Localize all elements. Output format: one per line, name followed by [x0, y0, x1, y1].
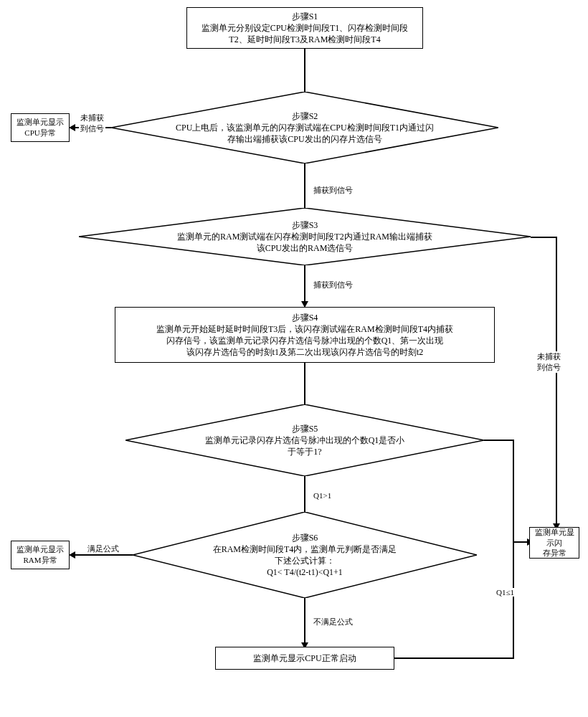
edge-s6-no: 不满足公式	[312, 617, 354, 627]
ram-error-box: 监测单元显示 RAM异常	[11, 541, 70, 569]
step-s4-title: 步骤S4	[292, 312, 318, 323]
step-s1-title: 步骤S1	[292, 11, 318, 22]
edge-s3-yes: 捕获到信号	[312, 280, 354, 290]
step-s5: 步骤S5 监测单元记录闪存片选信号脉冲出现的个数Q1是否小 于等于1?	[125, 404, 484, 476]
edge-s2-yes: 捕获到信号	[312, 185, 354, 196]
step-s6-body1: 在RAM检测时间段T4内，监测单元判断是否满足	[213, 543, 397, 555]
step-s1: 步骤S1 监测单元分别设定CPU检测时间段T1、闪存检测时间段 T2、延时时间段…	[186, 7, 423, 49]
step-s2: 步骤S2 CPU上电后，该监测单元的闪存测试端在CPU检测时间段T1内通过闪 存…	[111, 92, 498, 163]
step-s6: 步骤S6 在RAM检测时间段T4内，监测单元判断是否满足 下述公式计算： Q1<…	[133, 512, 477, 598]
step-s2-body: CPU上电后，该监测单元的闪存测试端在CPU检测时间段T1内通过闪 存输出端捕获…	[176, 122, 434, 145]
flowchart-canvas: 步骤S1 监测单元分别设定CPU检测时间段T1、闪存检测时间段 T2、延时时间段…	[7, 7, 581, 710]
step-s4-body: 监测单元开始延时延时时间段T3后，该闪存测试端在RAM检测时间段T4内捕获 闪存…	[156, 323, 453, 358]
edge-s5-le: Q1≤1	[495, 588, 516, 597]
edge-s5-gt: Q1>1	[312, 491, 333, 500]
step-s6-body3: Q1< T4/(t2-t1)<Q1+1	[267, 566, 343, 578]
step-s6-title: 步骤S6	[292, 532, 318, 543]
step-s2-title: 步骤S2	[292, 110, 318, 122]
step-s1-body: 监测单元分别设定CPU检测时间段T1、闪存检测时间段 T2、延时时间段T3及RA…	[201, 22, 409, 45]
edge-s3-no: 未捕获 到信号	[536, 351, 562, 373]
normal-start-box: 监测单元显示CPU正常启动	[215, 647, 394, 670]
step-s3: 步骤S3 监测单元的RAM测试端在闪存检测时间段T2内通过RAM输出端捕获 该C…	[79, 208, 531, 265]
step-s3-body: 监测单元的RAM测试端在闪存检测时间段T2内通过RAM输出端捕获 该CPU发出的…	[177, 231, 432, 254]
step-s5-body: 监测单元记录闪存片选信号脉冲出现的个数Q1是否小 于等于1?	[205, 435, 405, 457]
step-s6-body2: 下述公式计算：	[275, 555, 335, 566]
step-s5-title: 步骤S5	[292, 423, 318, 435]
edge-s6-yes: 满足公式	[86, 543, 120, 554]
cpu-error-box: 监测单元显示 CPU异常	[11, 113, 70, 142]
edge-s2-no: 未捕获 到信号	[79, 113, 105, 134]
step-s3-title: 步骤S3	[292, 219, 318, 231]
step-s4: 步骤S4 监测单元开始延时延时时间段T3后，该闪存测试端在RAM检测时间段T4内…	[115, 307, 495, 363]
flash-error-box: 监测单元显示闪 存异常	[529, 527, 579, 559]
